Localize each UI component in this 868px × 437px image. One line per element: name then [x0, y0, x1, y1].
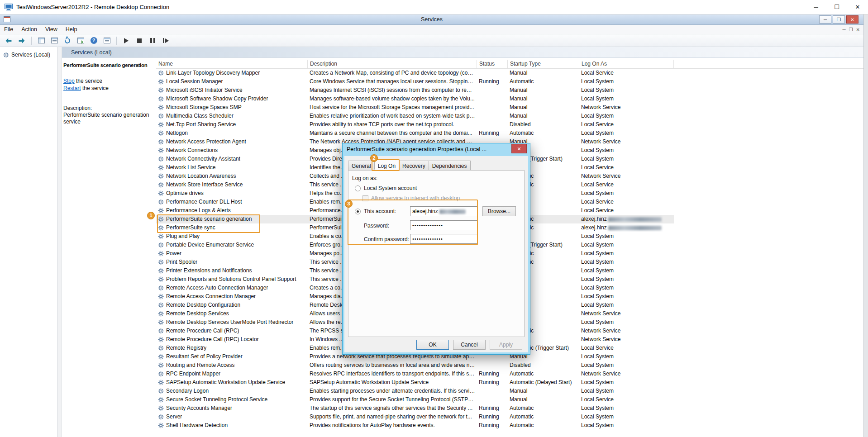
- table-row[interactable]: Shell Hardware DetectionProvides notific…: [156, 421, 674, 430]
- log-on-as-cell: Local System: [579, 352, 674, 361]
- password-input[interactable]: ••••••••••••••: [410, 220, 478, 230]
- service-icon: [158, 294, 164, 299]
- startup-type-cell: Manual: [508, 395, 579, 404]
- console-close-button[interactable]: ✕: [856, 27, 860, 32]
- services-restore-button[interactable]: ❐: [833, 15, 845, 24]
- this-account-input[interactable]: alexej.hinz: [410, 206, 478, 216]
- restart-service-link[interactable]: Restart: [63, 85, 81, 91]
- table-row[interactable]: Microsoft Software Shadow Copy ProviderM…: [156, 95, 674, 103]
- status-cell: Running: [477, 378, 508, 387]
- table-row[interactable]: Secondary LogonEnables starting processe…: [156, 387, 674, 395]
- account-value: alexej.hinz: [412, 208, 438, 214]
- confirm-password-label: Confirm password:: [364, 236, 409, 242]
- name-cell: PerformerSuite sync: [156, 223, 308, 232]
- table-row[interactable]: Secure Socket Tunneling Protocol Service…: [156, 395, 674, 404]
- column-header-description[interactable]: Description: [308, 60, 477, 68]
- service-icon: [158, 156, 164, 162]
- rdp-maximize-button[interactable]: ☐: [826, 0, 847, 14]
- pane-splitter[interactable]: [57, 47, 62, 437]
- ok-button[interactable]: OK: [416, 340, 449, 350]
- table-row[interactable]: Microsoft iSCSI Initiator ServiceManages…: [156, 86, 674, 95]
- refresh-icon: [64, 37, 71, 44]
- log-on-as-cell: Local System: [579, 413, 674, 421]
- help-button[interactable]: ?: [89, 36, 99, 46]
- table-row[interactable]: NetlogonMaintains a secure channel betwe…: [156, 129, 674, 138]
- view-header: Services (Local): [62, 47, 863, 58]
- log-on-as-cell: Local System: [579, 189, 674, 198]
- name-cell: Network Connections: [156, 146, 308, 155]
- menu-file[interactable]: File: [0, 25, 17, 34]
- rdp-minimize-button[interactable]: ─: [806, 0, 826, 14]
- tree-item-services-local[interactable]: Services (Local): [0, 47, 57, 58]
- show-console-tree-button[interactable]: [36, 36, 46, 46]
- status-cell: Running: [477, 404, 508, 413]
- services-close-button[interactable]: ✕: [846, 15, 858, 24]
- local-system-account-radio[interactable]: [355, 185, 361, 191]
- tab-general[interactable]: General: [348, 161, 375, 171]
- column-header-status[interactable]: Status: [477, 60, 508, 68]
- stop-service-button[interactable]: [134, 36, 144, 46]
- column-header-filler: [674, 60, 863, 68]
- rdp-window-title: TestWindowsServer2012R2 - Remote Desktop…: [16, 4, 169, 10]
- console-restore-button[interactable]: ❐: [849, 27, 853, 32]
- list-view-button[interactable]: [102, 36, 112, 46]
- table-row[interactable]: ServerSupports file, print, and named-pi…: [156, 413, 674, 421]
- forward-button[interactable]: [17, 36, 27, 46]
- apply-button[interactable]: Apply: [490, 340, 522, 350]
- start-service-button[interactable]: [121, 36, 131, 46]
- dialog-close-button[interactable]: ✕: [511, 144, 527, 153]
- stop-service-link[interactable]: Stop: [63, 78, 75, 84]
- status-cell: [477, 387, 508, 395]
- column-header-name[interactable]: Name: [156, 60, 308, 68]
- column-header-startup-type[interactable]: Startup Type: [508, 60, 579, 68]
- table-row[interactable]: Security Accounts ManagerThe startup of …: [156, 404, 674, 413]
- table-row[interactable]: Microsoft Storage Spaces SMPHost service…: [156, 103, 674, 112]
- console-minimize-button[interactable]: ─: [843, 27, 846, 32]
- name-cell: Remote Registry: [156, 344, 308, 352]
- tab-dependencies[interactable]: Dependencies: [429, 161, 471, 171]
- restart-service-button[interactable]: [161, 36, 171, 46]
- table-row[interactable]: Routing and Remote AccessOffers routing …: [156, 361, 674, 370]
- log-on-as-cell: Network Service: [579, 172, 674, 180]
- refresh-button[interactable]: [62, 36, 72, 46]
- name-cell: Problem Reports and Solutions Control Pa…: [156, 275, 308, 284]
- selected-service-name: PerformerSuite scenario generation: [63, 62, 156, 68]
- redacted-text: [439, 209, 466, 214]
- menu-view[interactable]: View: [41, 25, 62, 34]
- name-cell: Secondary Logon: [156, 387, 308, 395]
- table-row[interactable]: SAPSetup Automatic Workstation Update Se…: [156, 378, 674, 387]
- this-account-radio[interactable]: [355, 209, 361, 214]
- rdp-close-button[interactable]: ✕: [847, 0, 868, 14]
- export-list-button[interactable]: [76, 36, 86, 46]
- confirm-password-input[interactable]: ••••••••••••••: [410, 234, 478, 244]
- table-row[interactable]: Link-Layer Topology Discovery MapperCrea…: [156, 69, 674, 77]
- log-on-as-cell: Local System: [579, 77, 674, 86]
- table-row[interactable]: Multimedia Class SchedulerEnables relati…: [156, 112, 674, 120]
- back-button[interactable]: [4, 36, 14, 46]
- menu-help[interactable]: Help: [62, 25, 81, 34]
- services-minimize-button[interactable]: ─: [819, 15, 831, 24]
- properties-button[interactable]: [49, 36, 59, 46]
- name-cell: PerformerSuite scenario generation: [156, 215, 308, 223]
- name-cell: Netlogon: [156, 129, 308, 138]
- startup-type-cell: Automatic: [508, 404, 579, 413]
- table-row[interactable]: Local Session ManagerCore Windows Servic…: [156, 77, 674, 86]
- dialog-tabs: General Log On Recovery Dependencies: [348, 161, 470, 171]
- status-cell: [477, 112, 508, 120]
- stop-service-suffix: the service: [75, 78, 102, 84]
- column-header-log-on-as[interactable]: Log On As: [579, 60, 674, 68]
- allow-desktop-interact-checkbox[interactable]: [362, 195, 368, 201]
- rdp-vertical-scrollbar[interactable]: [863, 14, 868, 437]
- log-on-as-cell: Local System: [579, 266, 674, 275]
- description-cell: Core Windows Service that manages local …: [308, 77, 477, 86]
- tab-recovery[interactable]: Recovery: [399, 161, 429, 171]
- tab-log-on[interactable]: Log On: [374, 160, 399, 170]
- table-row[interactable]: Net.Tcp Port Sharing ServiceProvides abi…: [156, 120, 674, 129]
- dialog-buttons: OK Cancel Apply: [416, 340, 522, 350]
- browse-button[interactable]: Browse...: [482, 206, 516, 216]
- table-row[interactable]: RPC Endpoint MapperResolves RPC interfac…: [156, 370, 674, 378]
- menu-action[interactable]: Action: [17, 25, 41, 34]
- pause-service-button[interactable]: [148, 36, 157, 46]
- cancel-button[interactable]: Cancel: [453, 340, 486, 350]
- service-icon: [158, 113, 164, 119]
